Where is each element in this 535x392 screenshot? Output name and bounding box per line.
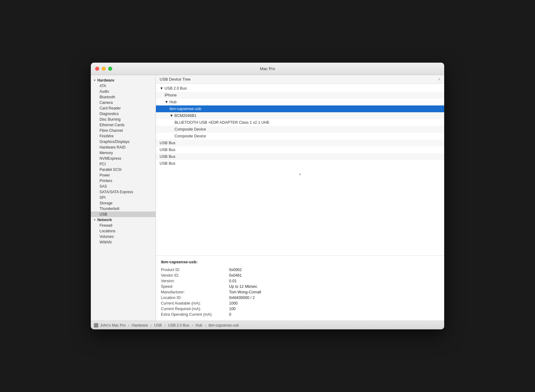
tree-row-label: iPhone bbox=[165, 93, 177, 97]
sidebar-item-audio[interactable]: Audio bbox=[91, 89, 156, 94]
tree-row[interactable]: Composite Device bbox=[156, 126, 444, 133]
tree-row[interactable]: ▼ BCM2046B1 bbox=[156, 112, 444, 119]
breadcrumb-part-3: USB 2.0 Bus bbox=[168, 323, 189, 327]
detail-value-2: 0.01 bbox=[229, 278, 439, 283]
sidebar-item-thunderbolt[interactable]: Thunderbolt bbox=[91, 206, 156, 212]
sidebar-item-storage[interactable]: Storage bbox=[91, 200, 156, 206]
tree-row-label: ibm-capsense-usb bbox=[170, 107, 201, 111]
tree-row-label: USB Bus bbox=[160, 148, 175, 152]
statusbar: John's Mac Pro › Hardware › USB › USB 2.… bbox=[91, 321, 444, 329]
sidebar-item-camera[interactable]: Camera bbox=[91, 100, 156, 105]
network-header-label: Network bbox=[97, 218, 112, 222]
breadcrumb-part-5: ibm-capsense-usb bbox=[209, 323, 239, 327]
sidebar-item-sas[interactable]: SAS bbox=[91, 184, 156, 189]
breadcrumb-part-2: USB bbox=[154, 323, 162, 327]
tree-row[interactable]: ▼ USB 2.0 Bus bbox=[156, 85, 444, 92]
breadcrumb-part-4: Hub bbox=[196, 323, 202, 327]
breadcrumb-sep-3: › bbox=[192, 323, 193, 327]
sidebar[interactable]: ▼ Hardware ATA Audio Bluetooth Camera Ca… bbox=[91, 75, 156, 321]
tree-row-label: USB Bus bbox=[160, 154, 175, 159]
sidebar-item-graphics-displays[interactable]: Graphics/Displays bbox=[91, 139, 156, 145]
detail-value-6: 1000 bbox=[229, 301, 439, 306]
detail-label-6: Current Available (mA): bbox=[161, 301, 229, 306]
window-title: Mac Pro bbox=[260, 66, 275, 71]
scroll-indicator bbox=[299, 173, 301, 175]
sidebar-item-bluetooth[interactable]: Bluetooth bbox=[91, 94, 156, 100]
sidebar-item-diagnostics[interactable]: Diagnostics bbox=[91, 111, 156, 117]
mac-pro-icon bbox=[94, 323, 98, 327]
tree-row[interactable]: BLUETOOTH USB +EDR ADAPTER Class 1 v2.1 … bbox=[156, 119, 444, 126]
breadcrumb-part-0: John's Mac Pro bbox=[100, 323, 126, 327]
traffic-lights bbox=[95, 67, 112, 71]
tree-collapse-icon[interactable]: ∧ bbox=[438, 77, 440, 81]
sidebar-item-nvmexpress[interactable]: NVMExpress bbox=[91, 156, 156, 161]
detail-label-5: Location ID: bbox=[161, 295, 229, 300]
detail-label-7: Current Required (mA): bbox=[161, 306, 229, 311]
hardware-header-label: Hardware bbox=[97, 78, 114, 82]
tree-panel[interactable]: USB Device Tree ∧ ▼ USB 2.0 Bus iPhone ▼… bbox=[156, 75, 444, 256]
sidebar-item-spi[interactable]: SPI bbox=[91, 195, 156, 200]
sidebar-item-pci[interactable]: PCI bbox=[91, 161, 156, 167]
tree-row-label: ▼ BCM2046B1 bbox=[170, 114, 197, 118]
tree-row[interactable]: USB Bus bbox=[156, 160, 444, 167]
detail-value-7: 100 bbox=[229, 306, 439, 311]
detail-label-1: Vendor ID: bbox=[161, 273, 229, 278]
breadcrumb-sep-1: › bbox=[150, 323, 152, 327]
detail-value-1: 0x0481 bbox=[229, 273, 439, 278]
sidebar-item-wwan[interactable]: WWAN bbox=[91, 239, 156, 245]
detail-value-3: Up to 12 Mb/sec bbox=[229, 284, 439, 289]
tree-row-label: USB Bus bbox=[160, 141, 175, 145]
detail-value-5: 0xfd430000 / 2 bbox=[229, 295, 439, 300]
sidebar-item-disc-burning[interactable]: Disc Burning bbox=[91, 117, 156, 122]
sidebar-item-usb[interactable]: USB bbox=[91, 212, 156, 217]
close-button[interactable] bbox=[95, 67, 99, 71]
sidebar-item-power[interactable]: Power bbox=[91, 172, 156, 178]
breadcrumb-sep-0: › bbox=[128, 323, 129, 327]
sidebar-item-printers[interactable]: Printers bbox=[91, 178, 156, 184]
tree-row-selected[interactable]: ibm-capsense-usb bbox=[156, 105, 444, 112]
sidebar-item-ata[interactable]: ATA bbox=[91, 83, 156, 89]
tree-row[interactable]: USB Bus bbox=[156, 140, 444, 146]
detail-label-3: Speed: bbox=[161, 284, 229, 289]
tree-header-label: USB Device Tree bbox=[160, 77, 191, 82]
sidebar-item-parallel-scsi[interactable]: Parallel SCSI bbox=[91, 167, 156, 172]
right-panel: USB Device Tree ∧ ▼ USB 2.0 Bus iPhone ▼… bbox=[156, 75, 444, 321]
detail-table: Product ID: 0x0002 Vendor ID: 0x0481 Ver… bbox=[161, 267, 439, 317]
detail-title: ibm-capsense-usb: bbox=[161, 260, 439, 264]
sidebar-item-ethernet-cards[interactable]: Ethernet Cards bbox=[91, 122, 156, 128]
main-window: Mac Pro ▼ Hardware ATA Audio Bluetooth C… bbox=[91, 63, 444, 329]
sidebar-item-volumes[interactable]: Volumes bbox=[91, 234, 156, 239]
breadcrumb-sep-4: › bbox=[205, 323, 206, 327]
sidebar-item-fibre-channel[interactable]: Fibre Channel bbox=[91, 128, 156, 133]
maximize-button[interactable] bbox=[108, 67, 112, 71]
tree-row[interactable]: iPhone bbox=[156, 92, 444, 99]
tree-row[interactable]: Composite Device bbox=[156, 133, 444, 140]
sidebar-item-locations[interactable]: Locations bbox=[91, 228, 156, 234]
tree-row-label: Composite Device bbox=[175, 134, 206, 138]
sidebar-hardware-header[interactable]: ▼ Hardware bbox=[91, 78, 156, 83]
detail-label-8: Extra Operating Current (mA): bbox=[161, 312, 229, 317]
breadcrumb-part-1: Hardware bbox=[132, 323, 148, 327]
breadcrumb-sep-2: › bbox=[164, 323, 166, 327]
tree-row[interactable]: ▼ Hub bbox=[156, 99, 444, 105]
sidebar-item-firewire[interactable]: FireWire bbox=[91, 133, 156, 139]
hardware-arrow-icon: ▼ bbox=[93, 79, 96, 82]
detail-value-4: Tom Wong-Cornall bbox=[229, 290, 439, 295]
sidebar-item-sata[interactable]: SATA/SATA Express bbox=[91, 189, 156, 195]
tree-header: USB Device Tree ∧ bbox=[156, 75, 444, 84]
main-content: ▼ Hardware ATA Audio Bluetooth Camera Ca… bbox=[91, 75, 444, 321]
sidebar-item-firewall[interactable]: Firewall bbox=[91, 223, 156, 228]
tree-row[interactable]: USB Bus bbox=[156, 153, 444, 160]
network-arrow-icon: ▼ bbox=[93, 218, 96, 221]
sidebar-network-header[interactable]: ▼ Network bbox=[91, 217, 156, 223]
minimize-button[interactable] bbox=[102, 67, 106, 71]
tree-row-label: USB Bus bbox=[160, 161, 175, 166]
tree-row[interactable]: USB Bus bbox=[156, 146, 444, 153]
tree-row-label: BLUETOOTH USB +EDR ADAPTER Class 1 v2.1 … bbox=[175, 120, 269, 125]
tree-row-label: ▼ Hub bbox=[165, 100, 177, 104]
sidebar-item-hardware-raid[interactable]: Hardware RAID bbox=[91, 145, 156, 150]
sidebar-item-card-reader[interactable]: Card Reader bbox=[91, 105, 156, 111]
detail-value-8: 0 bbox=[229, 312, 439, 317]
sidebar-item-memory[interactable]: Memory bbox=[91, 150, 156, 156]
detail-label-2: Version: bbox=[161, 278, 229, 283]
